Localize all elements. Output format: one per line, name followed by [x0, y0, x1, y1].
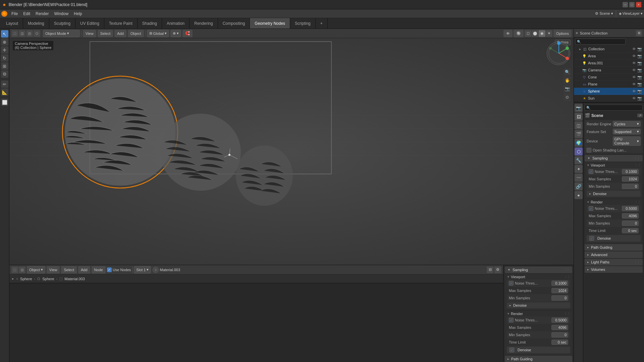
view-layer-props-icon[interactable]: ◫	[575, 121, 583, 129]
vp-noise-thresh-check[interactable]	[589, 169, 593, 174]
render-denoise-checkbox[interactable]	[509, 348, 514, 352]
node-add-btn[interactable]: Add	[78, 266, 90, 274]
tool-add-cube[interactable]: ⬜	[1, 99, 8, 106]
render-min-samples-value[interactable]: 0	[551, 332, 568, 338]
vp-noise-thresh-val[interactable]: 0.1000	[622, 169, 639, 174]
overlay-btn-vp[interactable]: 🔘	[514, 30, 524, 37]
denoise-collapse[interactable]: ▸ Denoise	[507, 302, 570, 308]
material-props-icon[interactable]: ●	[575, 191, 583, 199]
props-light-paths[interactable]: ▸ Light Paths ⋮⋮	[585, 259, 643, 265]
collection-render[interactable]: 📷	[637, 47, 642, 51]
props-volumes[interactable]: ▸ Volumes	[585, 266, 643, 273]
menu-help[interactable]: Help	[71, 11, 85, 17]
r-max-samples-val[interactable]: 4096	[622, 213, 639, 219]
node-zoom-btn[interactable]: ⊟	[487, 266, 493, 273]
zoom-in-btn[interactable]: 🔍	[564, 68, 571, 76]
plane-eye[interactable]: 👁	[632, 82, 636, 86]
output-props-icon[interactable]: 🖼	[575, 113, 583, 121]
add-menu-btn[interactable]: Add	[114, 30, 126, 37]
menu-render[interactable]: Render	[33, 11, 51, 17]
time-limit-value[interactable]: 0 sec	[551, 340, 568, 345]
r-denoise-check[interactable]	[589, 236, 594, 241]
plane-cam[interactable]: 📷	[637, 82, 642, 86]
sampling-section-collapse[interactable]: ▼ Sampling ⋮⋮	[585, 155, 643, 162]
sun-eye[interactable]: 👁	[632, 96, 636, 100]
blender-logo[interactable]: 🔶	[1, 11, 7, 17]
transform-global-dropdown[interactable]: ⊞ Global ▾	[147, 30, 169, 37]
node-view-btn[interactable]: View	[47, 266, 60, 274]
menu-window[interactable]: Window	[51, 11, 71, 17]
select-menu-btn[interactable]: Select	[98, 30, 113, 37]
camera-eye[interactable]: 👁	[632, 68, 636, 72]
tool-move[interactable]: ✛	[1, 46, 8, 54]
area-eye[interactable]: 👁	[632, 54, 636, 58]
tab-scripting[interactable]: Scripting	[290, 18, 316, 28]
material-sphere-icon[interactable]: ○	[152, 266, 159, 273]
menu-edit[interactable]: Edit	[20, 11, 33, 17]
tab-animation[interactable]: Animation	[162, 18, 190, 28]
breadcrumb-sphere1[interactable]: Sphere	[20, 277, 32, 281]
wireframe-shading[interactable]: ◻	[525, 30, 531, 37]
node-header-icon2[interactable]: ◫	[19, 266, 25, 273]
tool-select[interactable]: ↖	[1, 30, 8, 38]
r-min-samples-val[interactable]: 0	[622, 221, 639, 226]
cone-cam[interactable]: 📷	[637, 75, 642, 79]
render-engine-dropdown[interactable]: Cycles ▾	[613, 121, 641, 127]
path-guiding-collapse[interactable]: ▸ Path Guiding	[505, 356, 572, 362]
collection-eye[interactable]: 👁	[632, 47, 636, 51]
render-props-icon[interactable]: 📷	[575, 104, 583, 112]
add-workspace-btn[interactable]: +	[316, 18, 328, 28]
plane-item[interactable]: ▭ Plane 👁 📷	[574, 81, 644, 88]
focus-btn[interactable]: ⊙	[564, 94, 571, 101]
object-menu-btn[interactable]: Object	[128, 30, 144, 37]
properties-search[interactable]: 🔍	[585, 105, 643, 111]
device-dropdown[interactable]: GPU Compute ▾	[613, 136, 641, 146]
camera-cam[interactable]: 📷	[637, 68, 642, 72]
area001-item[interactable]: 💡 Area.001 👁 📷	[574, 60, 644, 67]
tool-measure[interactable]: 📐	[1, 88, 8, 96]
cone-item[interactable]: ▽ Cone 👁 📷	[574, 74, 644, 81]
render-denoise-collapse[interactable]: Denoise	[507, 347, 570, 353]
feature-set-dropdown[interactable]: Supported ▾	[613, 129, 641, 134]
scene-expand-btn[interactable]: ↗	[637, 114, 643, 117]
tab-geometry-nodes[interactable]: Geometry Nodes	[250, 18, 290, 28]
breadcrumb-material[interactable]: Material.003	[64, 277, 85, 281]
object-mode-dropdown[interactable]: Object Mode ▾	[43, 30, 80, 37]
area001-eye[interactable]: 👁	[632, 61, 636, 65]
pivot-point-dropdown[interactable]: ⊕▾	[170, 30, 181, 37]
snapping-btn[interactable]: 🧲	[182, 30, 193, 37]
tool-cursor[interactable]: ⊕	[1, 38, 8, 46]
navigation-gizmo[interactable]: Y X Z	[547, 42, 570, 65]
sphere-eye[interactable]: 👁	[632, 89, 636, 93]
area001-camera[interactable]: 📷	[637, 61, 642, 65]
sphere-cam[interactable]: 📷	[637, 89, 642, 94]
node-settings-btn[interactable]: ⚙	[494, 266, 501, 273]
tab-compositing[interactable]: Compositing	[218, 18, 250, 28]
min-samples-value[interactable]: 0	[551, 295, 568, 301]
tab-layout[interactable]: Layout	[1, 18, 23, 28]
tab-modeling[interactable]: Modeling	[23, 18, 49, 28]
node-canvas[interactable]: 🔮 Ambient Occlusion Color AO	[9, 283, 503, 362]
close-btn[interactable]: ✕	[636, 2, 641, 7]
view-type-icon[interactable]: ⬚	[11, 30, 18, 37]
slot-dropdown[interactable]: Slot 1▾	[134, 266, 151, 274]
tool-transform[interactable]: ⧉	[1, 70, 8, 78]
view-menu-btn[interactable]: View	[83, 30, 96, 37]
collection-root-item[interactable]: ▸ ◫ Collection 👁 📷	[574, 46, 644, 53]
tab-sculpting[interactable]: Sculpting	[49, 18, 75, 28]
node-object-dropdown[interactable]: Object▾	[27, 266, 45, 274]
scene-props-icon[interactable]: 🎬	[575, 130, 583, 138]
tab-rendering[interactable]: Rendering	[190, 18, 218, 28]
r-time-limit-val[interactable]: 0 sec	[622, 228, 639, 233]
props-path-guiding[interactable]: ▸ Path Guiding	[585, 244, 643, 251]
menu-file[interactable]: File	[9, 11, 20, 17]
render-max-samples-value[interactable]: 4096	[551, 325, 568, 330]
viewlayer-selector[interactable]: ◈ ViewLayer ▾	[619, 11, 643, 16]
max-samples-value[interactable]: 1024	[551, 288, 568, 293]
options-btn[interactable]: Options	[553, 30, 572, 37]
viewport-gizmo-btn[interactable]: 👁	[503, 30, 513, 37]
local-view-icon[interactable]: ◫	[19, 30, 25, 37]
scene-selector[interactable]: ⚙ Scene ▾	[595, 11, 613, 16]
r-noise-thresh-val[interactable]: 0.5000	[622, 206, 639, 211]
world-props-icon[interactable]: 🌍	[575, 139, 583, 147]
